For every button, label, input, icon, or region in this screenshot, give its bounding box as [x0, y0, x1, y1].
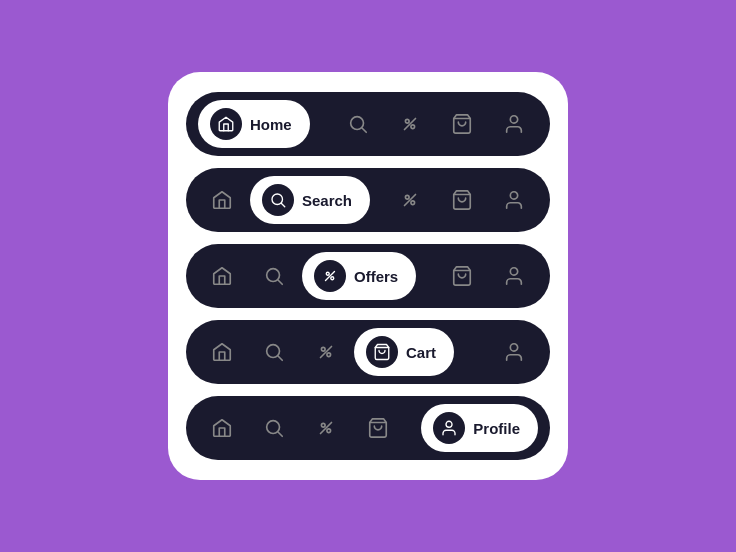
- profile-tab[interactable]: [490, 252, 538, 300]
- offers-tab[interactable]: [386, 176, 434, 224]
- offers-tab[interactable]: [386, 100, 434, 148]
- home-label: Home: [250, 116, 292, 133]
- home-tab[interactable]: [198, 252, 246, 300]
- profile-label: Profile: [473, 420, 520, 437]
- search-tab[interactable]: [250, 252, 298, 300]
- nav-bar-offers: Offers: [186, 244, 550, 308]
- cart-label: Cart: [406, 344, 436, 361]
- home-tab[interactable]: [198, 176, 246, 224]
- profile-tab[interactable]: [490, 176, 538, 224]
- nav-bar-search: Search: [186, 168, 550, 232]
- search-pill-icon: [262, 184, 294, 216]
- cart-tab[interactable]: [438, 176, 486, 224]
- cart-tab[interactable]: [438, 100, 486, 148]
- offers-label: Offers: [354, 268, 398, 285]
- home-tab[interactable]: [198, 404, 246, 452]
- search-tab[interactable]: [250, 404, 298, 452]
- cart-tab[interactable]: [438, 252, 486, 300]
- search-tab[interactable]: [250, 328, 298, 376]
- offers-tab[interactable]: [302, 404, 350, 452]
- profile-tab[interactable]: [490, 100, 538, 148]
- nav-bar-profile: Profile: [186, 396, 550, 460]
- offers-tab-active[interactable]: Offers: [302, 252, 416, 300]
- profile-pill-icon: [433, 412, 465, 444]
- cart-tab[interactable]: [354, 404, 402, 452]
- offers-pill-icon: [314, 260, 346, 292]
- profile-tab[interactable]: [490, 328, 538, 376]
- profile-tab-active[interactable]: Profile: [421, 404, 538, 452]
- nav-bar-home: Home: [186, 92, 550, 156]
- offers-tab[interactable]: [302, 328, 350, 376]
- home-pill-icon: [210, 108, 242, 140]
- search-tab[interactable]: [334, 100, 382, 148]
- nav-bar-cart: Cart: [186, 320, 550, 384]
- home-tab[interactable]: [198, 328, 246, 376]
- cart-tab-active[interactable]: Cart: [354, 328, 454, 376]
- search-tab-active[interactable]: Search: [250, 176, 370, 224]
- home-tab-active[interactable]: Home: [198, 100, 310, 148]
- nav-showcase-card: Home Search: [168, 72, 568, 480]
- search-label: Search: [302, 192, 352, 209]
- cart-pill-icon: [366, 336, 398, 368]
